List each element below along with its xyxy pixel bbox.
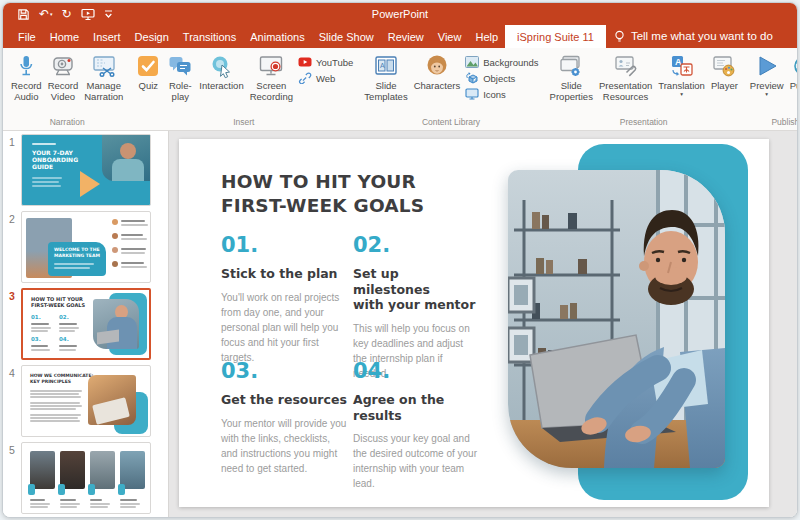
slide-item-3[interactable]: 03. Get the resources Your mentor will p… <box>221 359 347 476</box>
player-button[interactable]: Player <box>708 52 741 92</box>
character-face-icon <box>424 53 450 79</box>
manage-narration-button[interactable]: Manage Narration <box>81 52 126 103</box>
ribbon-group-publish: Preview ▾ Publish Publish <box>744 48 798 130</box>
slide-title[interactable]: HOW TO HIT YOUR FIRST-WEEK GOALS <box>221 170 424 219</box>
slide-number: 5 <box>3 442 21 514</box>
tab-animations[interactable]: Animations <box>243 25 311 48</box>
translation-button[interactable]: A Translation ▾ <box>655 52 708 98</box>
tab-ispring-suite[interactable]: iSpring Suite 11 <box>505 25 606 48</box>
web-link-icon <box>298 72 312 84</box>
save-icon[interactable] <box>17 8 30 21</box>
slide-properties-button[interactable]: Slide Properties <box>547 52 596 103</box>
youtube-icon <box>298 56 312 68</box>
item-number: 02. <box>353 233 479 257</box>
customize-toolbar-icon[interactable] <box>104 9 113 19</box>
item-body: Your mentor will provide you with the li… <box>221 416 347 476</box>
preview-button[interactable]: Preview ▾ <box>747 52 787 98</box>
publish-button[interactable]: Publish <box>787 52 798 92</box>
role-play-button[interactable]: Role-play <box>164 52 196 103</box>
tab-help[interactable]: Help <box>468 25 505 48</box>
interaction-tap-icon <box>209 53 235 79</box>
start-slideshow-icon[interactable] <box>81 8 95 21</box>
characters-button[interactable]: Characters <box>411 52 463 92</box>
slide-thumbnail-2[interactable]: WELCOME TO THE MARKETING TEAM <box>21 211 151 283</box>
screen-recording-button[interactable]: Screen Recording <box>247 52 296 103</box>
slide-number: 4 <box>3 365 21 437</box>
ribbon-group-presentation: Slide Properties Presentation Resources … <box>544 48 744 130</box>
thumbnail-row-2: 2 WELCOME TO THE MARKETING TEAM <box>3 211 168 283</box>
objects-button[interactable]: Objects <box>465 72 538 84</box>
svg-text:A: A <box>380 62 385 69</box>
slide-thumbnail-panel: 1 YOUR 7-DAY ONBOARDING GUIDE 2 <box>3 131 169 517</box>
translation-dropdown-icon[interactable]: ▾ <box>680 92 683 97</box>
quiz-button[interactable]: Quiz <box>132 52 164 92</box>
undo-icon[interactable]: ↶▾ <box>39 8 53 20</box>
item-body: You'll work on real projects from day on… <box>221 290 347 365</box>
presentation-resources-paperclip-icon <box>613 53 639 79</box>
tab-insert[interactable]: Insert <box>86 25 128 48</box>
record-video-button[interactable]: Record Video <box>45 52 82 103</box>
ribbon-group-narration: Record Audio Record Video Manage Narrati… <box>5 48 129 130</box>
slide-number: 3 <box>3 288 21 360</box>
title-bar: PowerPoint ↶▾ ↻ <box>3 3 797 25</box>
slide-thumbnail-3[interactable]: HOW TO HIT YOUR FIRST-WEEK GOALS 01. 02.… <box>21 288 151 360</box>
item-heading: Stick to the plan <box>221 266 347 282</box>
current-slide: HOW TO HIT YOUR FIRST-WEEK GOALS 01. Sti… <box>179 139 769 507</box>
thumbnail-row-3: 3 HOW TO HIT YOUR FIRST-WEEK GOALS 01. 0… <box>3 288 168 360</box>
thumb1-photo <box>102 135 151 181</box>
quiz-check-icon <box>135 53 161 79</box>
ribbon-group-insert: Quiz Role-play Interaction Screen Record… <box>129 48 358 130</box>
item-heading: Get the resources <box>221 392 347 408</box>
narration-filmstrip-scissors-icon <box>91 53 117 79</box>
webcam-icon <box>50 53 76 79</box>
interaction-button[interactable]: Interaction <box>196 52 246 92</box>
window-title: PowerPoint <box>3 8 797 20</box>
item-number: 04. <box>353 359 479 383</box>
web-button[interactable]: Web <box>298 72 353 84</box>
slide-thumbnail-5[interactable] <box>21 442 151 514</box>
slide-item-4[interactable]: 04. Agree on the results Discuss your ke… <box>353 359 479 491</box>
tab-file[interactable]: File <box>11 25 43 48</box>
player-palette-icon <box>711 53 737 79</box>
item-heading: Set up milestones with your mentor <box>353 266 479 313</box>
screen-recording-icon <box>258 53 284 79</box>
tab-transitions[interactable]: Transitions <box>176 25 243 48</box>
slide-properties-gear-icon <box>558 53 584 79</box>
backgrounds-image-icon <box>465 56 479 68</box>
thumb2-title-box: WELCOME TO THE MARKETING TEAM <box>48 242 106 276</box>
menu-bar: File Home Insert Design Transitions Anim… <box>3 25 797 48</box>
tell-me-search[interactable]: Tell me what you want to do <box>614 25 782 48</box>
slide-templates-button[interactable]: A Slide Templates <box>361 52 410 103</box>
undo-dropdown-icon[interactable]: ▾ <box>50 8 53 20</box>
microphone-icon <box>13 53 39 79</box>
thumb4-photo <box>88 375 136 425</box>
tab-review[interactable]: Review <box>381 25 431 48</box>
slide-thumbnail-4[interactable]: HOW WE COMMUNICATE: KEY PRINCIPLES <box>21 365 151 437</box>
translation-icon: A <box>669 53 695 79</box>
backgrounds-button[interactable]: Backgrounds <box>465 56 538 68</box>
item-number: 03. <box>221 359 347 383</box>
tab-slide-show[interactable]: Slide Show <box>312 25 381 48</box>
slide-item-1[interactable]: 01. Stick to the plan You'll work on rea… <box>221 233 347 365</box>
thumb1-arrow-shape <box>80 171 100 197</box>
item-body: Discuss your key goal and the desired ou… <box>353 431 479 491</box>
speech-bubbles-icon <box>167 53 193 79</box>
ribbon-group-content-library: A Slide Templates Characters Backgrounds… <box>358 48 543 130</box>
slide-number: 2 <box>3 211 21 283</box>
item-heading: Agree on the results <box>353 392 479 423</box>
group-label-content-library: Content Library <box>358 117 543 130</box>
tab-design[interactable]: Design <box>128 25 176 48</box>
redo-icon[interactable]: ↻ <box>62 8 72 20</box>
slide-canvas: HOW TO HIT YOUR FIRST-WEEK GOALS 01. Sti… <box>169 131 797 517</box>
preview-dropdown-icon[interactable]: ▾ <box>765 92 768 97</box>
icons-button[interactable]: Icons <box>465 88 538 100</box>
presentation-resources-button[interactable]: Presentation Resources <box>596 52 655 103</box>
youtube-button[interactable]: YouTube <box>298 56 353 68</box>
slide-thumbnail-1[interactable]: YOUR 7-DAY ONBOARDING GUIDE <box>21 134 151 206</box>
tab-view[interactable]: View <box>431 25 469 48</box>
quick-access-toolbar: ↶▾ ↻ <box>3 8 113 21</box>
tab-home[interactable]: Home <box>43 25 86 48</box>
slide-photo-man-at-laptop[interactable] <box>508 170 725 468</box>
record-audio-button[interactable]: Record Audio <box>8 52 45 103</box>
objects-cube-icon <box>465 72 479 84</box>
